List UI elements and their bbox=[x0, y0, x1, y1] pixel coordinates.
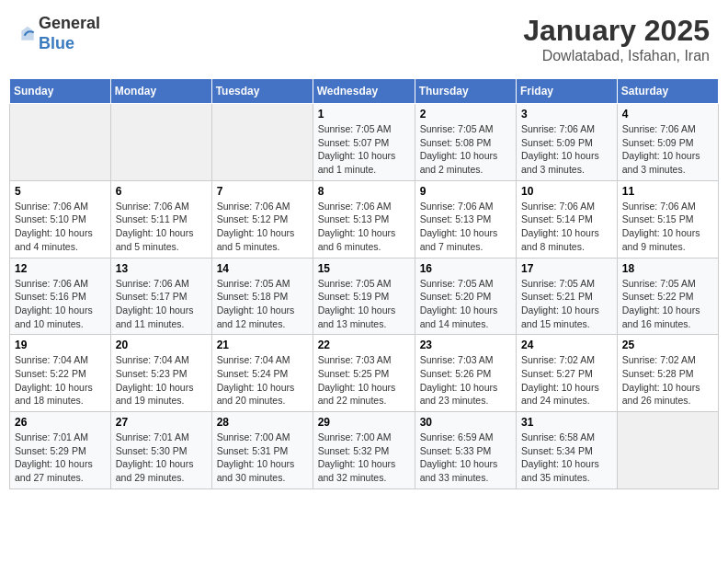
day-number: 4 bbox=[622, 108, 713, 121]
calendar-cell: 7Sunrise: 7:06 AM Sunset: 5:12 PM Daylig… bbox=[211, 180, 313, 258]
calendar-cell bbox=[211, 104, 313, 181]
weekday-header: Friday bbox=[517, 79, 618, 104]
calendar-subtitle: Dowlatabad, Isfahan, Iran bbox=[523, 48, 710, 64]
calendar-cell: 23Sunrise: 7:03 AM Sunset: 5:26 PM Dayli… bbox=[415, 335, 516, 412]
calendar-cell bbox=[110, 104, 211, 181]
calendar-title: January 2025 bbox=[523, 14, 710, 48]
day-info: Sunrise: 7:06 AM Sunset: 5:15 PM Dayligh… bbox=[622, 200, 713, 254]
calendar-cell: 24Sunrise: 7:02 AM Sunset: 5:27 PM Dayli… bbox=[517, 335, 618, 412]
day-info: Sunrise: 7:00 AM Sunset: 5:31 PM Dayligh… bbox=[217, 431, 308, 485]
day-number: 19 bbox=[15, 339, 106, 351]
calendar-cell: 30Sunrise: 6:59 AM Sunset: 5:33 PM Dayli… bbox=[415, 412, 516, 489]
day-number: 29 bbox=[318, 416, 410, 429]
day-number: 27 bbox=[116, 416, 207, 429]
calendar-week-row: 19Sunrise: 7:04 AM Sunset: 5:22 PM Dayli… bbox=[10, 335, 719, 412]
day-info: Sunrise: 7:05 AM Sunset: 5:20 PM Dayligh… bbox=[420, 277, 511, 331]
day-info: Sunrise: 7:02 AM Sunset: 5:27 PM Dayligh… bbox=[521, 353, 612, 408]
day-number: 22 bbox=[318, 339, 410, 351]
calendar-cell: 3Sunrise: 7:06 AM Sunset: 5:09 PM Daylig… bbox=[517, 104, 618, 181]
calendar-cell: 19Sunrise: 7:04 AM Sunset: 5:22 PM Dayli… bbox=[10, 335, 111, 412]
day-number: 12 bbox=[15, 262, 106, 275]
calendar-cell bbox=[617, 412, 718, 489]
day-info: Sunrise: 7:05 AM Sunset: 5:18 PM Dayligh… bbox=[217, 277, 308, 331]
day-number: 10 bbox=[521, 185, 612, 198]
day-info: Sunrise: 7:01 AM Sunset: 5:30 PM Dayligh… bbox=[116, 431, 207, 485]
day-number: 17 bbox=[521, 262, 612, 275]
calendar-week-row: 5Sunrise: 7:06 AM Sunset: 5:10 PM Daylig… bbox=[10, 180, 719, 258]
day-number: 26 bbox=[15, 416, 106, 429]
calendar-cell: 15Sunrise: 7:05 AM Sunset: 5:19 PM Dayli… bbox=[313, 258, 415, 335]
day-number: 11 bbox=[622, 185, 713, 198]
calendar-table: SundayMondayTuesdayWednesdayThursdayFrid… bbox=[9, 78, 719, 489]
day-info: Sunrise: 7:06 AM Sunset: 5:10 PM Dayligh… bbox=[15, 200, 106, 254]
calendar-cell bbox=[10, 104, 111, 181]
weekday-header: Thursday bbox=[415, 79, 516, 104]
calendar-cell: 18Sunrise: 7:05 AM Sunset: 5:22 PM Dayli… bbox=[617, 258, 718, 335]
calendar-cell: 14Sunrise: 7:05 AM Sunset: 5:18 PM Dayli… bbox=[211, 258, 313, 335]
calendar-cell: 6Sunrise: 7:06 AM Sunset: 5:11 PM Daylig… bbox=[110, 180, 211, 258]
calendar-cell: 4Sunrise: 7:06 AM Sunset: 5:09 PM Daylig… bbox=[617, 104, 718, 181]
calendar-cell: 8Sunrise: 7:06 AM Sunset: 5:13 PM Daylig… bbox=[313, 180, 415, 258]
day-number: 5 bbox=[15, 185, 106, 198]
calendar-cell: 20Sunrise: 7:04 AM Sunset: 5:23 PM Dayli… bbox=[110, 335, 211, 412]
day-info: Sunrise: 7:06 AM Sunset: 5:13 PM Dayligh… bbox=[318, 200, 410, 254]
day-number: 31 bbox=[521, 416, 612, 429]
calendar-cell: 21Sunrise: 7:04 AM Sunset: 5:24 PM Dayli… bbox=[211, 335, 313, 412]
day-number: 9 bbox=[420, 185, 511, 198]
day-number: 7 bbox=[217, 185, 308, 198]
day-info: Sunrise: 7:04 AM Sunset: 5:24 PM Dayligh… bbox=[217, 353, 308, 408]
weekday-header: Sunday bbox=[10, 79, 111, 104]
calendar-cell: 31Sunrise: 6:58 AM Sunset: 5:34 PM Dayli… bbox=[517, 412, 618, 489]
day-info: Sunrise: 7:06 AM Sunset: 5:14 PM Dayligh… bbox=[521, 200, 612, 254]
logo-blue-text: Blue bbox=[39, 34, 74, 52]
day-info: Sunrise: 7:04 AM Sunset: 5:22 PM Dayligh… bbox=[15, 353, 106, 408]
day-number: 6 bbox=[116, 185, 207, 198]
day-info: Sunrise: 7:05 AM Sunset: 5:22 PM Dayligh… bbox=[622, 277, 713, 331]
calendar-cell: 16Sunrise: 7:05 AM Sunset: 5:20 PM Dayli… bbox=[415, 258, 516, 335]
day-info: Sunrise: 7:03 AM Sunset: 5:25 PM Dayligh… bbox=[318, 353, 410, 408]
calendar-cell: 13Sunrise: 7:06 AM Sunset: 5:17 PM Dayli… bbox=[110, 258, 211, 335]
calendar-cell: 25Sunrise: 7:02 AM Sunset: 5:28 PM Dayli… bbox=[617, 335, 718, 412]
logo-general-text: General bbox=[39, 14, 100, 32]
day-number: 25 bbox=[622, 339, 713, 351]
day-number: 20 bbox=[116, 339, 207, 351]
calendar-cell: 17Sunrise: 7:05 AM Sunset: 5:21 PM Dayli… bbox=[517, 258, 618, 335]
calendar-week-row: 26Sunrise: 7:01 AM Sunset: 5:29 PM Dayli… bbox=[10, 412, 719, 489]
day-info: Sunrise: 7:05 AM Sunset: 5:08 PM Dayligh… bbox=[420, 122, 511, 177]
logo-icon bbox=[18, 25, 37, 43]
page-header: General Blue January 2025 Dowlatabad, Is… bbox=[9, 9, 719, 69]
day-info: Sunrise: 7:05 AM Sunset: 5:21 PM Dayligh… bbox=[521, 277, 612, 331]
logo: General Blue bbox=[18, 14, 100, 53]
day-number: 3 bbox=[521, 108, 612, 121]
weekday-header: Monday bbox=[110, 79, 211, 104]
calendar-week-row: 12Sunrise: 7:06 AM Sunset: 5:16 PM Dayli… bbox=[10, 258, 719, 335]
calendar-cell: 1Sunrise: 7:05 AM Sunset: 5:07 PM Daylig… bbox=[313, 104, 415, 181]
calendar-cell: 22Sunrise: 7:03 AM Sunset: 5:25 PM Dayli… bbox=[313, 335, 415, 412]
calendar-cell: 10Sunrise: 7:06 AM Sunset: 5:14 PM Dayli… bbox=[517, 180, 618, 258]
calendar-cell: 5Sunrise: 7:06 AM Sunset: 5:10 PM Daylig… bbox=[10, 180, 111, 258]
calendar-cell: 27Sunrise: 7:01 AM Sunset: 5:30 PM Dayli… bbox=[110, 412, 211, 489]
calendar-cell: 26Sunrise: 7:01 AM Sunset: 5:29 PM Dayli… bbox=[10, 412, 111, 489]
weekday-header: Tuesday bbox=[211, 79, 313, 104]
calendar-cell: 11Sunrise: 7:06 AM Sunset: 5:15 PM Dayli… bbox=[617, 180, 718, 258]
day-number: 16 bbox=[420, 262, 511, 275]
day-number: 15 bbox=[318, 262, 410, 275]
calendar-cell: 29Sunrise: 7:00 AM Sunset: 5:32 PM Dayli… bbox=[313, 412, 415, 489]
day-info: Sunrise: 7:06 AM Sunset: 5:12 PM Dayligh… bbox=[217, 200, 308, 254]
day-info: Sunrise: 7:01 AM Sunset: 5:29 PM Dayligh… bbox=[15, 431, 106, 485]
day-number: 21 bbox=[217, 339, 308, 351]
calendar-cell: 9Sunrise: 7:06 AM Sunset: 5:13 PM Daylig… bbox=[415, 180, 516, 258]
day-info: Sunrise: 7:05 AM Sunset: 5:07 PM Dayligh… bbox=[318, 122, 410, 177]
day-number: 8 bbox=[318, 185, 410, 198]
calendar-cell: 2Sunrise: 7:05 AM Sunset: 5:08 PM Daylig… bbox=[415, 104, 516, 181]
weekday-header: Saturday bbox=[617, 79, 718, 104]
weekday-header-row: SundayMondayTuesdayWednesdayThursdayFrid… bbox=[10, 79, 719, 104]
day-info: Sunrise: 6:59 AM Sunset: 5:33 PM Dayligh… bbox=[420, 431, 511, 485]
day-info: Sunrise: 7:03 AM Sunset: 5:26 PM Dayligh… bbox=[420, 353, 511, 408]
calendar-cell: 12Sunrise: 7:06 AM Sunset: 5:16 PM Dayli… bbox=[10, 258, 111, 335]
day-info: Sunrise: 7:05 AM Sunset: 5:19 PM Dayligh… bbox=[318, 277, 410, 331]
day-info: Sunrise: 7:06 AM Sunset: 5:17 PM Dayligh… bbox=[116, 277, 207, 331]
day-number: 18 bbox=[622, 262, 713, 275]
day-number: 30 bbox=[420, 416, 511, 429]
day-number: 1 bbox=[318, 108, 410, 121]
